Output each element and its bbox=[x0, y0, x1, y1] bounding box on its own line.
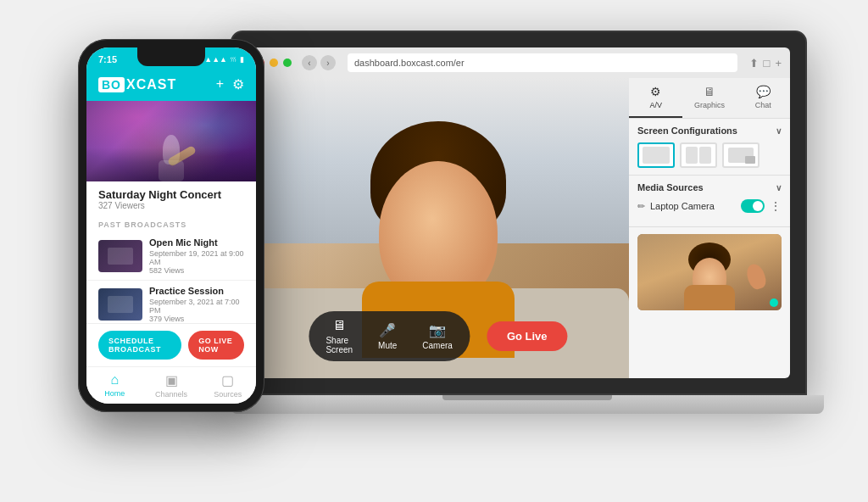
past-date-2: September 3, 2021 at 7:00 PM bbox=[149, 298, 244, 315]
schedule-broadcast-button[interactable]: SCHEDULE BROADCAST bbox=[98, 331, 181, 360]
go-live-now-button[interactable]: GO LIVE NOW bbox=[188, 331, 244, 360]
past-item-info-1: Open Mic Night September 19, 2021 at 9:0… bbox=[149, 237, 244, 275]
media-source-item: ✏ Laptop Camera ⋮ bbox=[637, 199, 782, 213]
edit-icon[interactable]: ✏ bbox=[637, 201, 645, 212]
nav-sources-label: Sources bbox=[214, 390, 242, 399]
mute-label: Mute bbox=[378, 341, 397, 350]
tab-chat[interactable]: 💬 Chat bbox=[737, 78, 790, 118]
browser-dot-green[interactable] bbox=[283, 59, 292, 67]
signal-icon: ▲▲▲ bbox=[204, 55, 227, 64]
mute-control[interactable]: 🎤 Mute bbox=[378, 322, 397, 350]
phone-notch bbox=[137, 47, 205, 66]
screen-config-header: Screen Configurations ∨ bbox=[637, 126, 782, 136]
settings-icon[interactable]: ⚙ bbox=[232, 76, 244, 92]
camera-icon: 📷 bbox=[429, 322, 446, 338]
phone: 7:15 ▲▲▲ ᯾ ▮ BOXCAST + ⚙ bbox=[78, 39, 264, 412]
chat-icon: 💬 bbox=[756, 85, 771, 98]
past-date-1: September 19, 2021 at 9:00 AM bbox=[149, 249, 244, 266]
laptop-content: 🖥 Share Screen 🎤 Mute 📷 Camera bbox=[248, 78, 790, 378]
share-icon[interactable]: ⬆ bbox=[749, 57, 759, 70]
past-item-info-2: Practice Session September 3, 2021 at 7:… bbox=[149, 286, 244, 323]
tab-chat-label: Chat bbox=[755, 101, 771, 109]
browser-dot-yellow[interactable] bbox=[270, 59, 278, 67]
media-sources-section: Media Sources ∨ ✏ Laptop Camera ⋮ bbox=[629, 176, 790, 227]
camera-control[interactable]: 📷 Camera bbox=[422, 322, 453, 350]
media-sources-title: Media Sources bbox=[637, 182, 704, 192]
nav-item-sources[interactable]: ▢ Sources bbox=[199, 367, 256, 404]
share-screen-control[interactable]: 🖥 Share Screen bbox=[326, 318, 353, 354]
laptop-screen: ‹ › dashboard.boxcast.com/er ⬆ □ + bbox=[248, 47, 790, 378]
hero-image bbox=[86, 101, 256, 181]
nav-item-channels[interactable]: ▣ Channels bbox=[143, 367, 200, 404]
panel-tabs: ⚙ A/V 🖥 Graphics 💬 Chat bbox=[629, 78, 790, 119]
camera-preview bbox=[637, 234, 782, 310]
media-sources-header: Media Sources ∨ bbox=[637, 182, 782, 192]
av-icon: ⚙ bbox=[650, 85, 661, 98]
channels-icon: ▣ bbox=[165, 372, 178, 388]
screen-config-section: Screen Configurations ∨ bbox=[629, 119, 790, 176]
laptop: ‹ › dashboard.boxcast.com/er ⬆ □ + bbox=[231, 31, 824, 446]
logo-box: BO bbox=[98, 77, 125, 92]
chevron-down-icon[interactable]: ∨ bbox=[776, 126, 782, 136]
browser-icons: ⬆ □ + bbox=[749, 57, 782, 70]
back-button[interactable]: ‹ bbox=[302, 55, 317, 70]
status-icons: ▲▲▲ ᯾ ▮ bbox=[204, 55, 244, 64]
hero-overlay bbox=[86, 148, 256, 181]
share-screen-label: Share Screen bbox=[326, 336, 353, 354]
camera-preview-image bbox=[637, 234, 782, 310]
control-group: 🖥 Share Screen 🎤 Mute 📷 Camera bbox=[309, 311, 470, 361]
list-item[interactable]: Practice Session September 3, 2021 at 7:… bbox=[86, 281, 256, 323]
home-icon: ⌂ bbox=[111, 372, 120, 388]
go-live-button[interactable]: Go Live bbox=[487, 321, 568, 351]
camera-label: Camera bbox=[422, 341, 453, 350]
action-bar: SCHEDULE BROADCAST GO LIVE NOW bbox=[86, 323, 256, 366]
graphics-icon: 🖥 bbox=[704, 85, 715, 98]
nav-item-home[interactable]: ⌂ Home bbox=[86, 367, 143, 404]
more-options-icon[interactable]: ⋮ bbox=[770, 199, 782, 213]
broadcast-title: Saturday Night Concert bbox=[98, 188, 244, 201]
tab-graphics[interactable]: 🖥 Graphics bbox=[682, 78, 736, 118]
video-controls: 🖥 Share Screen 🎤 Mute 📷 Camera bbox=[309, 311, 567, 361]
laptop-hinge bbox=[442, 395, 612, 400]
bottom-nav: ⌂ Home ▣ Channels ▢ Sources bbox=[86, 366, 256, 404]
config-split[interactable] bbox=[680, 142, 717, 168]
past-views-2: 379 Views bbox=[149, 315, 244, 323]
bookmark-icon[interactable]: □ bbox=[764, 57, 771, 70]
share-screen-icon: 🖥 bbox=[332, 318, 346, 333]
tab-av[interactable]: ⚙ A/V bbox=[629, 78, 682, 118]
laptop-base bbox=[231, 395, 824, 414]
address-bar[interactable]: dashboard.boxcast.com/er bbox=[348, 53, 737, 72]
screen-configs bbox=[637, 142, 782, 168]
config-full[interactable] bbox=[637, 142, 675, 168]
browser-nav: ‹ › bbox=[302, 55, 336, 70]
url-text: dashboard.boxcast.com/er bbox=[354, 58, 465, 68]
screen-config-title: Screen Configurations bbox=[637, 126, 737, 136]
source-name: Laptop Camera bbox=[650, 201, 715, 211]
media-chevron-icon[interactable]: ∨ bbox=[776, 183, 782, 192]
broadcast-viewers: 327 Viewers bbox=[98, 201, 244, 210]
past-title-2: Practice Session bbox=[149, 286, 244, 296]
tab-graphics-label: Graphics bbox=[694, 101, 725, 109]
config-pip[interactable] bbox=[722, 142, 760, 168]
sources-icon: ▢ bbox=[221, 372, 234, 388]
app-header: BOXCAST + ⚙ bbox=[86, 71, 256, 101]
status-time: 7:15 bbox=[98, 54, 117, 64]
broadcast-info: Saturday Night Concert 327 Viewers bbox=[86, 181, 256, 214]
nav-channels-label: Channels bbox=[155, 390, 187, 399]
phone-outer: 7:15 ▲▲▲ ᯾ ▮ BOXCAST + ⚙ bbox=[78, 39, 264, 412]
laptop-body: ‹ › dashboard.boxcast.com/er ⬆ □ + bbox=[231, 31, 807, 395]
list-item[interactable]: Open Mic Night September 19, 2021 at 9:0… bbox=[86, 232, 256, 281]
past-title-1: Open Mic Night bbox=[149, 237, 244, 248]
add-tab-icon[interactable]: + bbox=[775, 57, 782, 70]
tab-av-label: A/V bbox=[649, 101, 662, 109]
preview-active-indicator bbox=[770, 298, 778, 307]
mute-icon: 🎤 bbox=[379, 322, 396, 338]
source-toggle[interactable] bbox=[741, 199, 765, 213]
app-logo: BOXCAST bbox=[98, 77, 176, 92]
video-main: 🖥 Share Screen 🎤 Mute 📷 Camera bbox=[248, 78, 629, 378]
past-thumb-1 bbox=[98, 240, 142, 272]
wifi-icon: ᯾ bbox=[230, 55, 237, 64]
add-icon[interactable]: + bbox=[216, 76, 224, 92]
past-views-1: 582 Views bbox=[149, 266, 244, 275]
forward-button[interactable]: › bbox=[320, 55, 336, 70]
